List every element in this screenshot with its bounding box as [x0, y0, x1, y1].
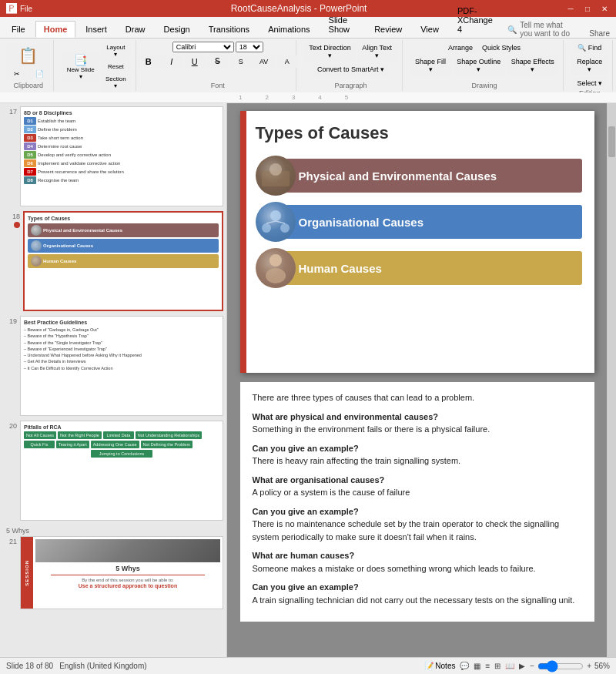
svg-point-5 [262, 223, 271, 233]
editing-label: Editing [579, 89, 601, 92]
font-color-button[interactable]: A [276, 55, 298, 68]
view-slide-sorter-icon[interactable]: ⊞ [494, 662, 500, 670]
status-bar: Slide 18 of 80 English (United Kingdom) … [0, 657, 616, 674]
comments-button[interactable]: 💬 [460, 662, 469, 670]
section-button[interactable]: Section ▾ [101, 73, 131, 92]
align-text-button[interactable]: Align Text ▾ [357, 42, 397, 62]
close-icon[interactable]: ✕ [599, 3, 610, 14]
slide-editor[interactable]: Types of Causes Physical and Environment… [227, 103, 607, 657]
find-button[interactable]: 🔍 Find [574, 42, 605, 54]
slide-thumb-17[interactable]: 8D or 8 Disciplines D1Establish the team… [20, 106, 223, 206]
cause-human-text: Human Causes [299, 262, 382, 275]
slide-thumb-21[interactable]: SESSION 5 Whys By the end of this sessio… [20, 536, 223, 609]
list-item: Limited Data [103, 431, 134, 439]
font-family-select[interactable]: Calibri [172, 42, 234, 52]
notes-a5: Someone makes a mistake or does somethin… [253, 562, 582, 575]
tab-draw[interactable]: Draw [117, 21, 154, 38]
main-slide[interactable]: Types of Causes Physical and Environment… [240, 111, 594, 373]
slides-panel[interactable]: 17 8D or 8 Disciplines D1Establish the t… [0, 103, 227, 657]
view-outline-icon[interactable]: ≡ [485, 662, 490, 670]
tab-view[interactable]: View [412, 21, 447, 38]
view-normal-icon[interactable]: ▦ [474, 662, 480, 670]
list-item: Not the Right People [58, 431, 102, 439]
slideshow-icon[interactable]: ▶ [519, 662, 525, 670]
slide-thumb-18[interactable]: Types of Causes Physical and Environment… [23, 211, 223, 311]
view-reading-icon[interactable]: 📖 [505, 662, 514, 670]
minimize-icon[interactable]: ─ [565, 3, 576, 14]
session-sidebar: SESSION [21, 537, 33, 609]
badge-d5: D5 [24, 151, 36, 159]
shadow-button[interactable]: S [230, 55, 252, 68]
session-label: SESSION [25, 560, 29, 586]
slide-main-title[interactable]: Types of Causes [256, 123, 582, 143]
bar-physical[interactable]: Physical and Environmental Causes [283, 159, 582, 193]
svg-point-6 [280, 223, 290, 233]
tab-home[interactable]: Home [35, 21, 76, 38]
bold-button[interactable]: B [138, 55, 159, 69]
bar-org[interactable]: Organisational Causes [283, 205, 582, 239]
new-slide-button[interactable]: 📑New Slide ▾ [62, 52, 99, 82]
reset-button[interactable]: Reset [101, 61, 131, 72]
title-bar: 🅿 File RootCauseAnalysis - PowerPoint ─ … [0, 0, 616, 17]
tab-design[interactable]: Design [155, 21, 198, 38]
slide-item-18[interactable]: 18 Types of Causes Physical and Environm… [3, 211, 223, 311]
char-spacing-button[interactable]: AV [253, 55, 275, 68]
layout-button[interactable]: Layout ▾ [101, 42, 131, 60]
cause-row-physical: Physical and Environmental Causes [256, 156, 582, 196]
shape-effects-button[interactable]: Shape Effects ▾ [507, 55, 558, 75]
notes-button[interactable]: 📝 Notes [424, 662, 456, 670]
vertical-scrollbar[interactable] [607, 103, 616, 657]
zoom-slider[interactable] [537, 660, 584, 672]
slide-number-20: 20 [3, 421, 17, 521]
arrange-button[interactable]: Arrange [444, 42, 477, 54]
text-direction-button[interactable]: Text Direction ▾ [304, 42, 355, 62]
replace-button[interactable]: Replace ▾ [571, 55, 608, 75]
shape-outline-button[interactable]: Shape Outline ▾ [453, 55, 505, 75]
status-right: 📝 Notes 💬 ▦ ≡ ⊞ 📖 ▶ − + 56% [424, 660, 610, 672]
zoom-out-button[interactable]: − [530, 662, 534, 670]
tab-insert[interactable]: Insert [77, 21, 116, 38]
copy-button[interactable]: 📄 [29, 68, 51, 80]
slide-thumb-19[interactable]: Best Practice Guidelines – Beware of "Ga… [20, 316, 223, 416]
cut-button[interactable]: ✂ [6, 68, 28, 80]
cause-org-label: Organisational Causes [43, 243, 93, 248]
badge-d3: D3 [24, 134, 36, 142]
underline-button[interactable]: U [184, 55, 206, 69]
notes-q3: What are organisational causes? [253, 474, 582, 487]
tell-me-text: Tell me what you want to do [520, 21, 577, 38]
circle-human-main [256, 248, 296, 288]
notes-q4: Can you give an example? [253, 505, 582, 518]
menu-file[interactable]: File [20, 5, 32, 13]
tab-animations[interactable]: Animations [259, 21, 318, 38]
italic-button[interactable]: I [161, 55, 182, 69]
list-item: D5Develop and verify corrective action [24, 151, 219, 159]
zoom-in-button[interactable]: + [587, 662, 591, 670]
select-button[interactable]: Select ▾ [573, 77, 606, 89]
zoom-control[interactable]: − + 56% [530, 660, 610, 672]
strikethrough-button[interactable]: S̶ [207, 54, 229, 69]
tab-pdfxchange[interactable]: PDF-XChange 4 [449, 2, 506, 38]
list-item: Tearing it Apart [56, 441, 89, 448]
convert-smartart-button[interactable]: Convert to SmartArt ▾ [313, 63, 388, 75]
slide-item-20[interactable]: 20 Pitfalls of RCA Not All Causes Not th… [3, 421, 223, 521]
svg-point-10 [270, 254, 282, 267]
paste-button[interactable]: 📋 [6, 44, 51, 67]
notes-para-4: Can you give an example? There is no mai… [253, 505, 582, 544]
tell-me-box[interactable]: 🔍 Tell me what you want to do [507, 21, 583, 38]
slide-item-19[interactable]: 19 Best Practice Guidelines – Beware of … [3, 316, 223, 416]
tab-file[interactable]: File [3, 21, 34, 38]
shape-fill-button[interactable]: Shape Fill ▾ [410, 55, 451, 75]
slide-item-21[interactable]: 21 SESSION 5 Whys By the end of this ses… [3, 536, 223, 609]
share-button[interactable]: Share [583, 29, 616, 38]
slide-item-17[interactable]: 17 8D or 8 Disciplines D1Establish the t… [3, 106, 223, 206]
scrollbar-thumb[interactable] [608, 126, 615, 157]
slide-thumb-20[interactable]: Pitfalls of RCA Not All Causes Not the R… [20, 421, 223, 521]
tab-review[interactable]: Review [366, 21, 410, 38]
maximize-icon[interactable]: □ [582, 3, 593, 14]
tab-slideshow[interactable]: Slide Show [320, 12, 365, 38]
tab-transitions[interactable]: Transitions [200, 21, 258, 38]
bar-human[interactable]: Human Causes [283, 251, 582, 285]
font-size-select[interactable]: 18 [236, 42, 263, 52]
quick-styles-button[interactable]: Quick Styles [478, 42, 524, 54]
clipboard-buttons: 📋 ✂ 📄 [6, 42, 51, 82]
